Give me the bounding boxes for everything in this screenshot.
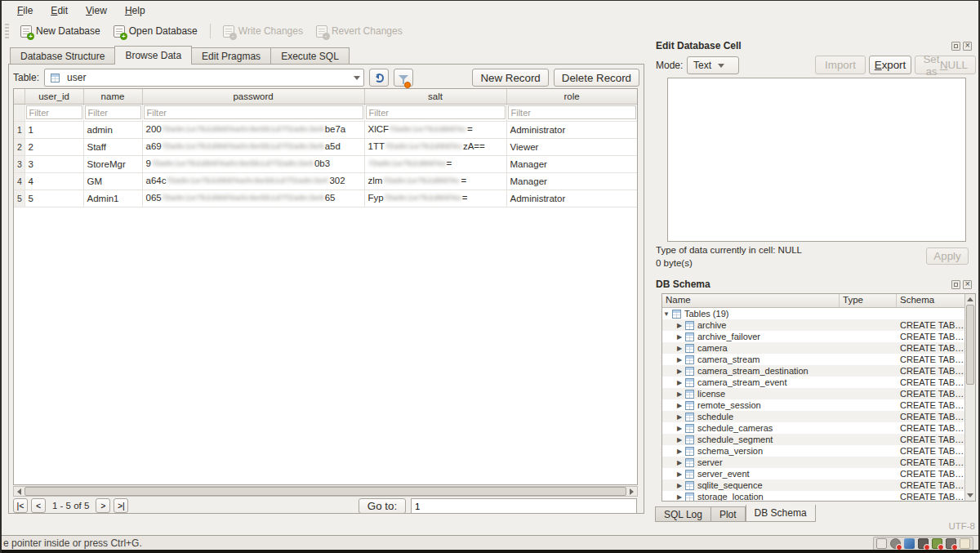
vertical-scrollbar-thumb[interactable]	[966, 305, 974, 385]
menu-edit[interactable]: Edit	[43, 3, 75, 18]
cell-editor-textarea[interactable]	[667, 78, 966, 242]
cell-user-id[interactable]: 1	[24, 121, 83, 138]
cell-password[interactable]: a64cf3a9c1e7b2d86f4a0c9e5b1d7f2a8c3e6b4d…	[142, 172, 364, 190]
row-number[interactable]: 4	[14, 172, 24, 190]
tree-item-sqlite_sequence[interactable]: ▶sqlite_sequenceCREATE TAB…	[662, 479, 975, 491]
revert-changes-button[interactable]: ·Revert Changes	[310, 23, 409, 40]
monitor-icon[interactable]	[932, 538, 942, 549]
menu-file[interactable]: File	[10, 3, 40, 18]
key-icon[interactable]	[904, 538, 915, 549]
display-icon[interactable]	[946, 538, 956, 549]
expand-arrow-icon[interactable]: ▶	[675, 390, 684, 398]
save-icon[interactable]	[918, 538, 929, 549]
menu-view[interactable]: View	[78, 3, 114, 18]
tab-plot[interactable]: Plot	[711, 506, 746, 522]
tab-database-structure[interactable]: Database Structure	[10, 47, 114, 65]
tab-sql-log[interactable]: SQL Log	[655, 506, 711, 522]
cell-password[interactable]: 200f3a9c1e7b2d86f4a0c9e5b1d7f2a8c3e6b4d9…	[142, 121, 364, 138]
tree-item-server[interactable]: ▶serverCREATE TAB…	[662, 457, 975, 468]
table-combobox[interactable]: user	[44, 69, 364, 87]
menu-help[interactable]: Help	[118, 3, 153, 18]
expand-arrow-icon[interactable]: ▶	[675, 413, 684, 421]
expand-arrow-icon[interactable]: ▶	[675, 436, 684, 444]
window-icon[interactable]	[876, 538, 887, 549]
tree-item-server_event[interactable]: ▶server_eventCREATE TAB…	[662, 468, 975, 479]
expand-arrow-icon[interactable]: ▶	[675, 379, 684, 386]
filter-input-name[interactable]	[85, 105, 141, 119]
column-divider[interactable]	[839, 294, 840, 307]
scroll-up-button[interactable]	[965, 294, 975, 305]
table-combobox-arrow[interactable]	[350, 69, 363, 86]
expand-arrow-icon[interactable]: ▶	[675, 322, 684, 329]
expand-arrow-icon[interactable]: ▶	[675, 368, 684, 375]
cell-password[interactable]: a69f3a9c1e7b2d86f4a0c9e5b1d7f2a8c3e6b4d9…	[142, 138, 364, 155]
row-number[interactable]: 2	[14, 138, 24, 155]
column-divider[interactable]	[896, 294, 897, 307]
horizontal-scrollbar-thumb[interactable]	[24, 487, 626, 496]
cell-role[interactable]: Manager	[506, 172, 637, 190]
scroll-down-button[interactable]	[965, 490, 975, 501]
refresh-button[interactable]	[369, 69, 389, 87]
close-panel-button[interactable]	[963, 42, 972, 51]
expand-arrow-icon[interactable]: ▶	[675, 470, 684, 478]
clipboard-icon[interactable]	[960, 538, 970, 549]
expand-arrow-icon[interactable]: ▶	[675, 402, 684, 409]
tab-browse-data[interactable]: Browse Data	[114, 46, 192, 65]
cell-salt[interactable]: Fypf3a9c1e7b2d86f4a0c9e5b1d7f2a8c3e6b4d9…	[364, 190, 506, 207]
horizontal-scrollbar[interactable]	[13, 486, 638, 497]
cell-salt[interactable]: f3a9c1e7b2d86f4a0c9e5b1d7f2a8c3e6b4d9f1a…	[364, 155, 506, 172]
tree-item-schedule[interactable]: ▶scheduleCREATE TAB…	[662, 411, 975, 422]
import-button[interactable]: Import	[815, 56, 866, 74]
cell-name[interactable]: StoreMgr	[83, 155, 142, 172]
mode-combobox[interactable]: Text	[687, 56, 739, 74]
cell-name[interactable]: Staff	[83, 138, 142, 155]
cell-user-id[interactable]: 5	[24, 190, 83, 207]
tab-db-schema[interactable]: DB Schema	[746, 505, 816, 522]
tree-item-storage_location[interactable]: ▶storage_locationCREATE TAB…	[662, 491, 975, 502]
prev-record-button[interactable]: <	[31, 498, 46, 513]
cell-salt[interactable]: zlmf3a9c1e7b2d86f4a0c9e5b1d7f2a8c3e6b4d9…	[364, 172, 506, 190]
row-number[interactable]: 1	[14, 121, 24, 138]
column-schema[interactable]: Schema	[900, 295, 934, 305]
tab-execute-sql[interactable]: Execute SQL	[270, 47, 350, 65]
vertical-scrollbar[interactable]	[964, 294, 975, 501]
expand-arrow-icon[interactable]: ▶	[675, 333, 684, 341]
table-row[interactable]: 44GMa64cf3a9c1e7b2d86f4a0c9e5b1d7f2a8c3e…	[14, 172, 637, 190]
column-header-salt[interactable]: salt	[364, 89, 506, 104]
cell-role[interactable]: Administrator	[506, 121, 637, 138]
filter-input-role[interactable]	[508, 105, 636, 119]
tree-item-archive[interactable]: ▶archiveCREATE TAB…	[662, 319, 975, 331]
goto-input[interactable]	[411, 498, 637, 514]
set-null-button[interactable]: Set as NULL	[915, 56, 976, 74]
cell-salt[interactable]: 1TTf3a9c1e7b2d86f4a0c9e5b1d7f2a8c3e6b4d9…	[364, 138, 506, 155]
tree-item-camera_stream[interactable]: ▶camera_streamCREATE TAB…	[662, 354, 975, 365]
table-row[interactable]: 55Admin1065f3a9c1e7b2d86f4a0c9e5b1d7f2a8…	[14, 190, 637, 207]
cell-role[interactable]: Administrator	[506, 190, 637, 207]
write-changes-button[interactable]: ·Write Changes	[216, 23, 310, 40]
close-panel-button[interactable]	[963, 280, 972, 289]
tree-item-schema_version[interactable]: ▶schema_versionCREATE TAB…	[662, 445, 975, 457]
filter-input-password[interactable]	[144, 105, 363, 119]
column-type[interactable]: Type	[843, 295, 863, 305]
cell-user-id[interactable]: 4	[24, 172, 83, 190]
tree-item-camera_stream_event[interactable]: ▶camera_stream_eventCREATE TAB…	[662, 377, 975, 388]
expand-arrow-icon[interactable]: ▶	[675, 482, 684, 489]
filter-input-salt[interactable]	[366, 105, 506, 119]
filter-input-user_id[interactable]	[26, 105, 82, 119]
column-header-password[interactable]: password	[142, 89, 364, 104]
toolbar-drag-handle[interactable]	[5, 24, 9, 38]
new-record-button[interactable]: New Record	[472, 69, 548, 87]
first-record-button[interactable]: |<	[13, 498, 28, 513]
tab-edit-pragmas[interactable]: Edit Pragmas	[192, 47, 270, 65]
export-button[interactable]: Export	[869, 56, 911, 74]
column-header-user_id[interactable]: user_id	[24, 89, 83, 104]
scroll-right-button[interactable]	[626, 487, 637, 496]
expand-arrow-icon[interactable]: ▶	[675, 356, 684, 363]
tree-item-camera_stream_destination[interactable]: ▶camera_stream_destinationCREATE TAB…	[662, 365, 975, 377]
column-header-role[interactable]: role	[506, 89, 637, 104]
expand-arrow-icon[interactable]: ▶	[675, 493, 684, 501]
cell-name[interactable]: Admin1	[83, 190, 142, 207]
tree-root-tables[interactable]: ▼Tables (19)	[662, 308, 975, 319]
scroll-left-button[interactable]	[14, 487, 24, 496]
row-number[interactable]: 3	[14, 155, 24, 172]
